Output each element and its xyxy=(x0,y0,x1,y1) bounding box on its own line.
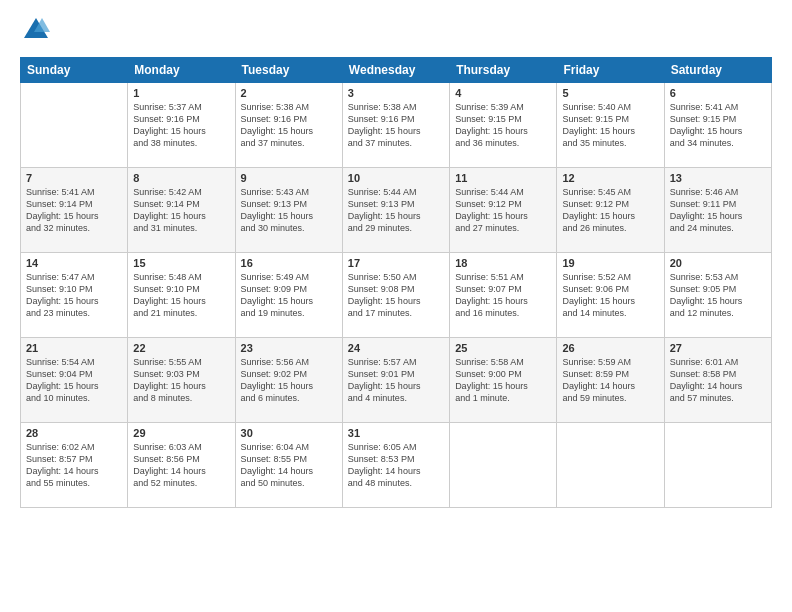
day-number: 12 xyxy=(562,172,658,184)
day-number: 22 xyxy=(133,342,229,354)
day-content: Sunrise: 6:05 AM Sunset: 8:53 PM Dayligh… xyxy=(348,441,444,490)
calendar-week-row: 14Sunrise: 5:47 AM Sunset: 9:10 PM Dayli… xyxy=(21,252,772,337)
weekday-header-tuesday: Tuesday xyxy=(235,57,342,82)
calendar-cell: 26Sunrise: 5:59 AM Sunset: 8:59 PM Dayli… xyxy=(557,337,664,422)
day-content: Sunrise: 5:48 AM Sunset: 9:10 PM Dayligh… xyxy=(133,271,229,320)
calendar-cell xyxy=(450,422,557,507)
day-content: Sunrise: 5:40 AM Sunset: 9:15 PM Dayligh… xyxy=(562,101,658,150)
day-content: Sunrise: 5:37 AM Sunset: 9:16 PM Dayligh… xyxy=(133,101,229,150)
day-number: 6 xyxy=(670,87,766,99)
calendar-week-row: 28Sunrise: 6:02 AM Sunset: 8:57 PM Dayli… xyxy=(21,422,772,507)
day-content: Sunrise: 5:43 AM Sunset: 9:13 PM Dayligh… xyxy=(241,186,337,235)
calendar-cell xyxy=(664,422,771,507)
weekday-header-wednesday: Wednesday xyxy=(342,57,449,82)
calendar-cell: 13Sunrise: 5:46 AM Sunset: 9:11 PM Dayli… xyxy=(664,167,771,252)
day-content: Sunrise: 5:55 AM Sunset: 9:03 PM Dayligh… xyxy=(133,356,229,405)
day-number: 13 xyxy=(670,172,766,184)
day-content: Sunrise: 5:52 AM Sunset: 9:06 PM Dayligh… xyxy=(562,271,658,320)
day-number: 10 xyxy=(348,172,444,184)
day-number: 15 xyxy=(133,257,229,269)
day-number: 14 xyxy=(26,257,122,269)
calendar-cell: 15Sunrise: 5:48 AM Sunset: 9:10 PM Dayli… xyxy=(128,252,235,337)
day-content: Sunrise: 5:50 AM Sunset: 9:08 PM Dayligh… xyxy=(348,271,444,320)
calendar-cell: 4Sunrise: 5:39 AM Sunset: 9:15 PM Daylig… xyxy=(450,82,557,167)
day-number: 19 xyxy=(562,257,658,269)
calendar-cell: 24Sunrise: 5:57 AM Sunset: 9:01 PM Dayli… xyxy=(342,337,449,422)
day-content: Sunrise: 5:56 AM Sunset: 9:02 PM Dayligh… xyxy=(241,356,337,405)
calendar-cell: 11Sunrise: 5:44 AM Sunset: 9:12 PM Dayli… xyxy=(450,167,557,252)
calendar-cell: 25Sunrise: 5:58 AM Sunset: 9:00 PM Dayli… xyxy=(450,337,557,422)
calendar-cell: 31Sunrise: 6:05 AM Sunset: 8:53 PM Dayli… xyxy=(342,422,449,507)
logo xyxy=(20,16,50,49)
day-content: Sunrise: 5:44 AM Sunset: 9:13 PM Dayligh… xyxy=(348,186,444,235)
weekday-header-monday: Monday xyxy=(128,57,235,82)
day-content: Sunrise: 5:59 AM Sunset: 8:59 PM Dayligh… xyxy=(562,356,658,405)
day-content: Sunrise: 6:04 AM Sunset: 8:55 PM Dayligh… xyxy=(241,441,337,490)
calendar-cell: 28Sunrise: 6:02 AM Sunset: 8:57 PM Dayli… xyxy=(21,422,128,507)
calendar-cell: 16Sunrise: 5:49 AM Sunset: 9:09 PM Dayli… xyxy=(235,252,342,337)
calendar-cell: 1Sunrise: 5:37 AM Sunset: 9:16 PM Daylig… xyxy=(128,82,235,167)
day-number: 5 xyxy=(562,87,658,99)
day-number: 1 xyxy=(133,87,229,99)
calendar-cell: 17Sunrise: 5:50 AM Sunset: 9:08 PM Dayli… xyxy=(342,252,449,337)
day-number: 4 xyxy=(455,87,551,99)
day-number: 26 xyxy=(562,342,658,354)
day-number: 3 xyxy=(348,87,444,99)
day-content: Sunrise: 5:42 AM Sunset: 9:14 PM Dayligh… xyxy=(133,186,229,235)
calendar-cell xyxy=(557,422,664,507)
day-number: 30 xyxy=(241,427,337,439)
calendar-cell: 12Sunrise: 5:45 AM Sunset: 9:12 PM Dayli… xyxy=(557,167,664,252)
weekday-header-sunday: Sunday xyxy=(21,57,128,82)
calendar-page: SundayMondayTuesdayWednesdayThursdayFrid… xyxy=(0,0,792,520)
calendar-cell: 10Sunrise: 5:44 AM Sunset: 9:13 PM Dayli… xyxy=(342,167,449,252)
calendar-cell: 23Sunrise: 5:56 AM Sunset: 9:02 PM Dayli… xyxy=(235,337,342,422)
logo-icon xyxy=(22,16,50,44)
day-number: 9 xyxy=(241,172,337,184)
day-content: Sunrise: 5:41 AM Sunset: 9:15 PM Dayligh… xyxy=(670,101,766,150)
day-number: 8 xyxy=(133,172,229,184)
calendar-cell: 6Sunrise: 5:41 AM Sunset: 9:15 PM Daylig… xyxy=(664,82,771,167)
calendar-cell: 8Sunrise: 5:42 AM Sunset: 9:14 PM Daylig… xyxy=(128,167,235,252)
day-content: Sunrise: 5:38 AM Sunset: 9:16 PM Dayligh… xyxy=(348,101,444,150)
day-number: 18 xyxy=(455,257,551,269)
day-content: Sunrise: 5:53 AM Sunset: 9:05 PM Dayligh… xyxy=(670,271,766,320)
day-content: Sunrise: 5:44 AM Sunset: 9:12 PM Dayligh… xyxy=(455,186,551,235)
day-content: Sunrise: 5:38 AM Sunset: 9:16 PM Dayligh… xyxy=(241,101,337,150)
calendar-header-row: SundayMondayTuesdayWednesdayThursdayFrid… xyxy=(21,57,772,82)
calendar-cell: 7Sunrise: 5:41 AM Sunset: 9:14 PM Daylig… xyxy=(21,167,128,252)
calendar-cell: 21Sunrise: 5:54 AM Sunset: 9:04 PM Dayli… xyxy=(21,337,128,422)
header xyxy=(20,16,772,49)
day-content: Sunrise: 5:49 AM Sunset: 9:09 PM Dayligh… xyxy=(241,271,337,320)
day-number: 24 xyxy=(348,342,444,354)
day-content: Sunrise: 6:03 AM Sunset: 8:56 PM Dayligh… xyxy=(133,441,229,490)
day-number: 27 xyxy=(670,342,766,354)
calendar-cell: 18Sunrise: 5:51 AM Sunset: 9:07 PM Dayli… xyxy=(450,252,557,337)
calendar-cell: 14Sunrise: 5:47 AM Sunset: 9:10 PM Dayli… xyxy=(21,252,128,337)
day-content: Sunrise: 5:57 AM Sunset: 9:01 PM Dayligh… xyxy=(348,356,444,405)
day-content: Sunrise: 5:47 AM Sunset: 9:10 PM Dayligh… xyxy=(26,271,122,320)
day-content: Sunrise: 5:39 AM Sunset: 9:15 PM Dayligh… xyxy=(455,101,551,150)
calendar-cell: 29Sunrise: 6:03 AM Sunset: 8:56 PM Dayli… xyxy=(128,422,235,507)
day-number: 20 xyxy=(670,257,766,269)
calendar-cell: 3Sunrise: 5:38 AM Sunset: 9:16 PM Daylig… xyxy=(342,82,449,167)
day-number: 29 xyxy=(133,427,229,439)
calendar-cell: 5Sunrise: 5:40 AM Sunset: 9:15 PM Daylig… xyxy=(557,82,664,167)
weekday-header-saturday: Saturday xyxy=(664,57,771,82)
day-content: Sunrise: 6:02 AM Sunset: 8:57 PM Dayligh… xyxy=(26,441,122,490)
day-number: 21 xyxy=(26,342,122,354)
day-number: 28 xyxy=(26,427,122,439)
calendar-cell: 9Sunrise: 5:43 AM Sunset: 9:13 PM Daylig… xyxy=(235,167,342,252)
day-content: Sunrise: 5:54 AM Sunset: 9:04 PM Dayligh… xyxy=(26,356,122,405)
calendar-cell: 27Sunrise: 6:01 AM Sunset: 8:58 PM Dayli… xyxy=(664,337,771,422)
weekday-header-thursday: Thursday xyxy=(450,57,557,82)
calendar-week-row: 21Sunrise: 5:54 AM Sunset: 9:04 PM Dayli… xyxy=(21,337,772,422)
day-number: 17 xyxy=(348,257,444,269)
calendar-cell: 22Sunrise: 5:55 AM Sunset: 9:03 PM Dayli… xyxy=(128,337,235,422)
day-number: 7 xyxy=(26,172,122,184)
calendar-week-row: 7Sunrise: 5:41 AM Sunset: 9:14 PM Daylig… xyxy=(21,167,772,252)
calendar-week-row: 1Sunrise: 5:37 AM Sunset: 9:16 PM Daylig… xyxy=(21,82,772,167)
day-number: 16 xyxy=(241,257,337,269)
calendar-cell xyxy=(21,82,128,167)
day-number: 2 xyxy=(241,87,337,99)
day-content: Sunrise: 5:41 AM Sunset: 9:14 PM Dayligh… xyxy=(26,186,122,235)
